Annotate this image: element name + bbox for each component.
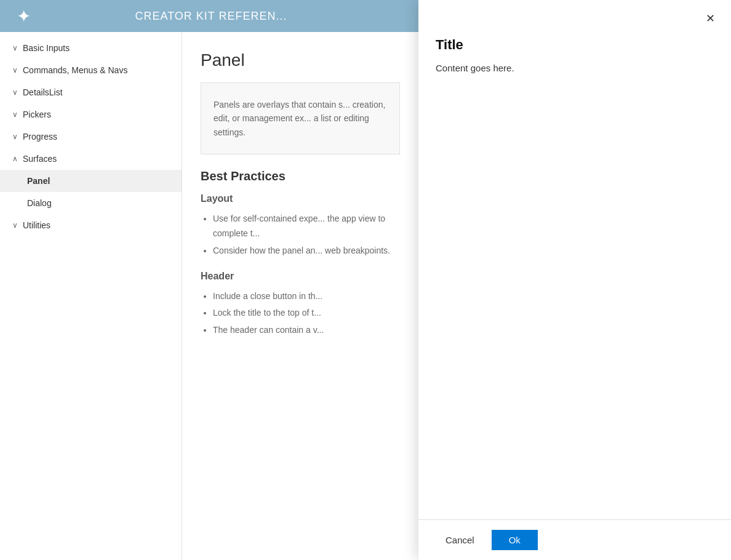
layout-bullets: Use for self-contained expe... the app v… (201, 212, 400, 258)
sidebar-item-label: Pickers (23, 110, 51, 119)
sidebar-item-pickers[interactable]: ∨ Pickers (0, 103, 182, 126)
sidebar-item-utilities[interactable]: ∨ Utilities (0, 214, 182, 236)
description-text: Panels are overlays that contain s... cr… (214, 100, 385, 137)
sidebar-item-label: Surfaces (23, 154, 57, 164)
dialog-footer: Cancel Ok (418, 519, 731, 560)
sidebar-child-dialog[interactable]: Dialog (0, 192, 182, 214)
dialog-close-button[interactable]: ✕ (701, 10, 719, 27)
dialog-title: Title (436, 37, 714, 53)
best-practices-title: Best Practices (201, 169, 400, 183)
cancel-button[interactable]: Cancel (436, 530, 484, 550)
chevron-down-icon: ∨ (12, 132, 18, 141)
paw-icon: ✦ (17, 6, 31, 26)
sidebar-item-basic-inputs[interactable]: ∨ Basic Inputs (0, 37, 182, 59)
chevron-down-icon: ∨ (12, 44, 18, 52)
page-title: Panel (201, 50, 400, 70)
header-title: CREATOR KIT REFEREN... (135, 10, 305, 23)
sidebar-child-panel[interactable]: Panel (0, 170, 182, 192)
list-item: The header can contain a v... (213, 323, 400, 338)
sidebar-item-label: Basic Inputs (23, 43, 70, 53)
sidebar-item-progress[interactable]: ∨ Progress (0, 126, 182, 148)
header-bar: ✦ CREATOR KIT REFEREN... (0, 0, 418, 32)
chevron-down-icon: ∨ (12, 88, 18, 97)
dialog-content: Content goes here. (436, 63, 714, 73)
chevron-down-icon: ∨ (12, 110, 18, 119)
header-section-title: Header (201, 271, 400, 282)
dialog-panel: ✕ Title Content goes here. Cancel Ok (418, 0, 731, 560)
layout-title: Layout (201, 193, 400, 204)
sidebar-item-label: DetailsList (23, 87, 63, 97)
sidebar-item-commands-menus-navs[interactable]: ∨ Commands, Menus & Navs (0, 59, 182, 81)
ok-button[interactable]: Ok (492, 530, 538, 550)
list-item: Lock the title to the top of t... (213, 306, 400, 321)
dialog-body: Title Content goes here. (418, 32, 731, 519)
chevron-down-icon: ∨ (12, 66, 18, 74)
list-item: Use for self-contained expe... the app v… (213, 212, 400, 241)
sidebar-item-label: Utilities (23, 220, 50, 230)
list-item: Include a close button in th... (213, 289, 400, 304)
list-item: Consider how the panel an... web breakpo… (213, 244, 400, 258)
description-box: Panels are overlays that contain s... cr… (201, 82, 400, 154)
chevron-up-icon: ∧ (12, 154, 18, 163)
sidebar-item-details-list[interactable]: ∨ DetailsList (0, 81, 182, 103)
sidebar-item-label: Commands, Menus & Navs (23, 65, 127, 75)
main-content: Panel Panels are overlays that contain s… (182, 32, 418, 560)
header-bullets: Include a close button in th... Lock the… (201, 289, 400, 338)
sidebar-child-label: Dialog (27, 198, 52, 208)
dialog-close-area: ✕ (418, 0, 731, 32)
logo: ✦ (12, 5, 34, 27)
sidebar: ∨ Basic Inputs ∨ Commands, Menus & Navs … (0, 32, 182, 560)
sidebar-child-label: Panel (27, 176, 50, 186)
chevron-down-icon: ∨ (12, 221, 18, 230)
sidebar-item-surfaces[interactable]: ∧ Surfaces (0, 148, 182, 170)
sidebar-item-label: Progress (23, 132, 57, 142)
